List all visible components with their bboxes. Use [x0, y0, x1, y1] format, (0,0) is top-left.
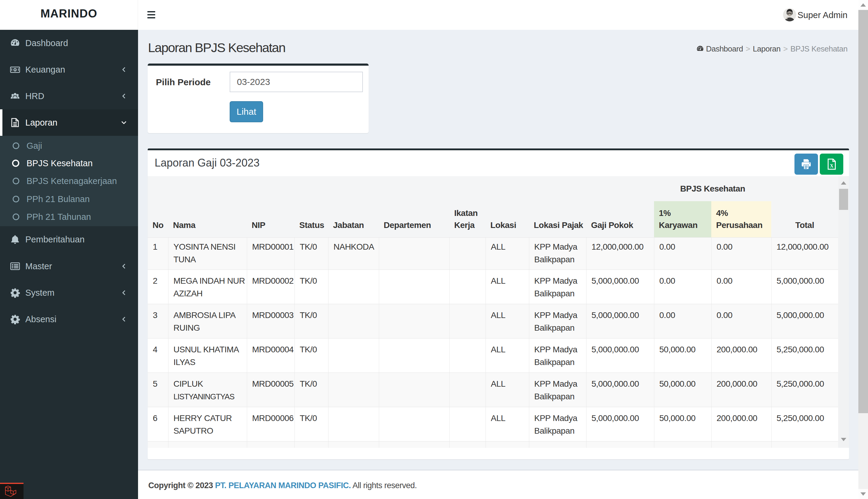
svg-text:1: 1 [14, 68, 16, 71]
svg-text:X: X [830, 163, 833, 169]
